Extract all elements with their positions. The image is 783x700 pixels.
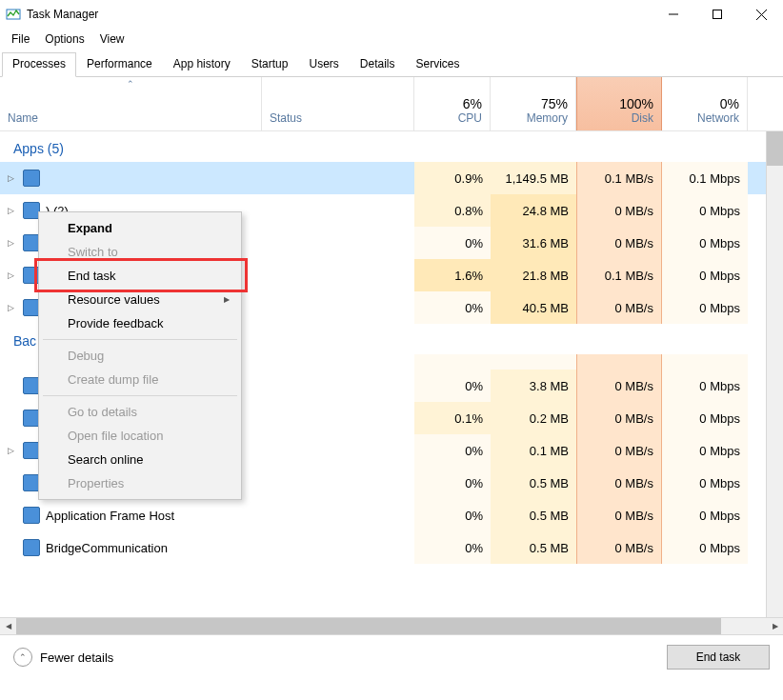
context-menu-item-expand[interactable]: Expand xyxy=(41,216,239,240)
process-status-cell xyxy=(262,402,414,434)
expand-caret-icon[interactable]: ▷ xyxy=(8,303,17,312)
process-cpu-cell: 0% xyxy=(414,467,491,499)
process-status-cell xyxy=(262,162,414,194)
process-cpu-cell: 0% xyxy=(414,291,491,324)
process-icon xyxy=(23,170,40,187)
process-row[interactable]: BridgeCommunication0%0.5 MB0 MB/s0 Mbps xyxy=(0,531,783,564)
hscroll-thumb[interactable] xyxy=(16,618,721,634)
tab-processes[interactable]: Processes xyxy=(2,52,76,77)
expand-caret-icon[interactable]: ▷ xyxy=(8,173,17,183)
minimize-button[interactable] xyxy=(652,0,695,29)
context-menu-item-create-dump-file: Create dump file xyxy=(41,368,239,391)
process-memory-cell: 0.1 MB xyxy=(491,434,576,467)
process-network-cell: 0 Mbps xyxy=(662,194,748,227)
tabs: Processes Performance App history Startu… xyxy=(0,51,783,77)
tab-users[interactable]: Users xyxy=(298,52,349,77)
context-menu-item-search-online[interactable]: Search online xyxy=(41,448,239,471)
process-disk-cell: 0 MB/s xyxy=(576,402,662,434)
context-menu-item-go-to-details: Go to details xyxy=(41,400,239,424)
process-status-cell xyxy=(262,531,414,564)
process-status-cell xyxy=(262,434,414,467)
process-cpu-cell: 0.1% xyxy=(414,402,491,434)
process-memory-cell: 40.5 MB xyxy=(491,291,576,324)
process-network-cell: 0 Mbps xyxy=(662,227,748,259)
process-memory-cell: 0.5 MB xyxy=(491,531,576,564)
fewer-details-toggle[interactable]: ⌃ Fewer details xyxy=(13,648,113,667)
process-cpu-cell: 0% xyxy=(414,370,491,402)
process-cpu-cell: 0% xyxy=(414,434,491,467)
context-menu-item-end-task[interactable]: End task xyxy=(41,264,239,288)
close-button[interactable] xyxy=(739,0,783,29)
process-memory-cell: 3.8 MB xyxy=(491,370,576,402)
col-disk[interactable]: 100% Disk xyxy=(576,77,662,130)
footer: ⌃ Fewer details End task xyxy=(0,634,783,679)
end-task-button[interactable]: End task xyxy=(667,645,770,670)
process-memory-cell: 0.2 MB xyxy=(491,402,576,434)
context-menu-item-switch-to: Switch to xyxy=(41,240,239,264)
fewer-details-label: Fewer details xyxy=(40,650,113,665)
process-network-cell: 0 Mbps xyxy=(662,531,748,564)
process-network-cell: 0 Mbps xyxy=(662,259,748,291)
expand-caret-icon[interactable]: ▷ xyxy=(8,446,17,455)
process-disk-cell: 0.1 MB/s xyxy=(576,259,662,291)
chevron-up-icon: ⌃ xyxy=(13,648,32,667)
scroll-right-arrow-icon[interactable]: ▶ xyxy=(767,618,783,634)
process-status-cell xyxy=(262,467,414,499)
process-cpu-cell: 0.9% xyxy=(414,162,491,194)
expand-caret-icon[interactable]: ▷ xyxy=(8,270,17,280)
process-disk-cell: 0 MB/s xyxy=(576,370,662,402)
process-status-cell xyxy=(262,259,414,291)
process-status-cell xyxy=(262,227,414,259)
scrollbar-thumb[interactable] xyxy=(767,131,783,166)
menu-options[interactable]: Options xyxy=(37,30,91,48)
tab-performance[interactable]: Performance xyxy=(76,52,163,77)
context-menu-item-provide-feedback[interactable]: Provide feedback xyxy=(41,311,239,335)
process-row[interactable]: ▷0.9%1,149.5 MB0.1 MB/s0.1 Mbps xyxy=(0,162,783,194)
maximize-button[interactable] xyxy=(695,0,739,29)
menubar: File Options View xyxy=(0,29,783,51)
col-cpu[interactable]: 6% CPU xyxy=(414,77,491,130)
sort-indicator-icon: ⌃ xyxy=(127,79,134,89)
tab-app-history[interactable]: App history xyxy=(163,52,241,77)
task-manager-icon xyxy=(6,7,21,22)
group-apps-header: Apps (5) xyxy=(0,131,783,162)
window-title: Task Manager xyxy=(27,8,652,21)
process-memory-cell: 1,149.5 MB xyxy=(491,162,576,194)
scroll-left-arrow-icon[interactable]: ◀ xyxy=(0,618,16,634)
process-cpu-cell: 0% xyxy=(414,227,491,259)
column-headers: ⌃ Name Status 6% CPU 75% Memory 100% Dis… xyxy=(0,77,783,131)
process-disk-cell: 0 MB/s xyxy=(576,194,662,227)
horizontal-scrollbar[interactable]: ◀ ▶ xyxy=(0,617,783,634)
process-disk-cell: 0.1 MB/s xyxy=(576,162,662,194)
process-row[interactable]: Application Frame Host0%0.5 MB0 MB/s0 Mb… xyxy=(0,499,783,531)
context-menu-item-debug: Debug xyxy=(41,344,239,368)
process-disk-cell: 0 MB/s xyxy=(576,467,662,499)
tab-startup[interactable]: Startup xyxy=(241,52,299,77)
col-status[interactable]: Status xyxy=(262,77,414,130)
process-name-label: Application Frame Host xyxy=(46,509,174,523)
context-menu-item-open-file-location: Open file location xyxy=(41,424,239,448)
process-memory-cell: 31.6 MB xyxy=(491,227,576,259)
process-network-cell: 0 Mbps xyxy=(662,434,748,467)
process-network-cell: 0 Mbps xyxy=(662,291,748,324)
process-status-cell xyxy=(262,291,414,324)
process-cpu-cell: 0.8% xyxy=(414,194,491,227)
vertical-scrollbar[interactable] xyxy=(766,131,783,617)
col-name[interactable]: ⌃ Name xyxy=(0,77,262,130)
tab-details[interactable]: Details xyxy=(350,52,406,77)
menu-view[interactable]: View xyxy=(92,30,132,48)
svg-rect-2 xyxy=(713,10,722,19)
expand-caret-icon[interactable]: ▷ xyxy=(8,206,17,215)
context-menu-separator xyxy=(43,339,237,340)
expand-caret-icon[interactable]: ▷ xyxy=(8,238,17,248)
col-memory[interactable]: 75% Memory xyxy=(491,77,576,130)
tab-services[interactable]: Services xyxy=(406,52,471,77)
process-name-cell: ▷ xyxy=(0,162,262,194)
process-cpu-cell: 0% xyxy=(414,499,491,531)
process-memory-cell: 0.5 MB xyxy=(491,467,576,499)
col-network[interactable]: 0% Network xyxy=(662,77,748,130)
process-network-cell: 0 Mbps xyxy=(662,467,748,499)
menu-file[interactable]: File xyxy=(4,30,37,48)
process-disk-cell: 0 MB/s xyxy=(576,434,662,467)
context-menu-item-resource-values[interactable]: Resource values xyxy=(41,288,239,311)
